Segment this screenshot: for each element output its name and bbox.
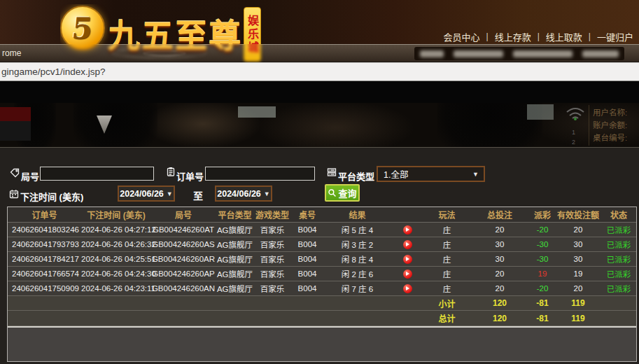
address-url[interactable]: gingame/pcv1/index.jsp? [1, 66, 106, 77]
status-dot [574, 118, 577, 120]
platform-list-icon [327, 167, 337, 177]
cell-playtype: 庄 [424, 283, 470, 294]
search-icon [328, 188, 337, 197]
col-header-round: 局号 [151, 209, 216, 220]
round-number-input[interactable] [40, 167, 154, 181]
cell-table: B004 [290, 240, 324, 248]
cell-totalbet: 20 [470, 270, 530, 278]
cell-time: 2024-06-26 04:27:12 [81, 225, 151, 234]
table-row: 240626041793793 2024-06-26 04:26:32 GB00… [8, 237, 636, 252]
cell-order: 240626041784217 [8, 255, 81, 263]
col-header-result: 结果 [324, 209, 391, 220]
subtotal-bet: 120 [470, 298, 530, 308]
cell-validbet: 20 [555, 284, 601, 293]
cell-payout: -20 [530, 225, 555, 234]
cell-platform: AG旗舰厅 [216, 268, 254, 279]
date-range-to-label: 至 [193, 188, 203, 202]
cell-totalbet: 30 [470, 255, 530, 263]
nav-one-key-transfer[interactable]: 一键归户 [597, 30, 633, 43]
subtotal-valid: 119 [555, 298, 601, 308]
bet-time-label: 下注时间 (美东) [20, 190, 83, 203]
table-row: 240626041784217 2024-06-26 04:25:51 GB00… [8, 252, 636, 267]
cell-round: GB004246260AS [151, 240, 216, 248]
nav-separator: | [486, 31, 489, 41]
cell-platform: AG旗舰厅 [216, 224, 254, 235]
replay-play-icon[interactable] [403, 225, 412, 234]
cell-result: 闲 7 庄 6 [324, 283, 391, 294]
browser-address-bar[interactable]: gingame/pcv1/index.jsp? [0, 62, 639, 81]
cell-payout: -20 [530, 284, 555, 293]
cell-game: 百家乐 [254, 224, 290, 235]
chevron-down-icon: ▼ [264, 190, 270, 197]
hud-balance-label: 账户余额: [593, 119, 627, 130]
table-row: 240626041766574 2024-06-26 04:24:30 GB00… [8, 267, 636, 281]
date-to-value: 2024/06/26 [217, 189, 264, 199]
replay-play-icon[interactable] [403, 255, 412, 264]
platform-type-select[interactable]: 1.全部 ▼ [377, 166, 485, 182]
top-nav: 会员中心 | 线上存款 | 线上取款 | 一键归户 [444, 30, 633, 43]
subtotal-payout: -81 [530, 298, 555, 308]
replay-play-icon[interactable] [403, 240, 412, 249]
cell-game: 百家乐 [254, 253, 290, 265]
bet-records-table: 订单号 下注时间 (美东) 局号 平台类型 游戏类型 桌号 结果 玩法 总投注 … [7, 206, 637, 362]
cell-validbet: 30 [555, 240, 601, 248]
table-row: 240626041750909 2024-06-26 04:23:11 GB00… [8, 281, 636, 296]
search-button-label: 查询 [338, 186, 356, 200]
nav-separator: | [538, 31, 540, 41]
calendar-icon [9, 189, 19, 199]
date-to-picker[interactable]: 2024/06/26 ▼ [215, 186, 272, 202]
cell-payout: 19 [530, 270, 555, 278]
content-panel: 局号 订单号 平台类型 1.全部 ▼ 下注时间 (美东) 2024/06/26 … [0, 147, 639, 364]
nav-online-deposit[interactable]: 线上存款 [495, 30, 531, 43]
cell-order: 240626041803246 [8, 225, 81, 234]
total-row: 总计 120 -81 119 [8, 311, 636, 326]
logo-coin-icon: 5 [60, 6, 105, 50]
cell-game: 百家乐 [254, 239, 290, 250]
table-empty-area [8, 328, 636, 361]
cell-status: 已派彩 [601, 283, 636, 294]
date-from-picker[interactable]: 2024/06/26 ▼ [118, 186, 175, 202]
cell-round: GB004246260AT [151, 225, 216, 234]
cell-order: 240626041750909 [8, 284, 81, 293]
page: 会员中心 | 线上存款 | 线上取款 | 一键归户 rome gingame/p… [0, 0, 639, 364]
cell-totalbet: 20 [470, 225, 530, 234]
cell-platform: AG旗舰厅 [216, 239, 254, 250]
nav-online-withdraw[interactable]: 线上取款 [546, 30, 582, 43]
platform-type-label: 平台类型 [338, 169, 374, 183]
cell-result: 闲 2 庄 6 [324, 268, 391, 279]
site-logo[interactable]: 5 九五至尊 娱乐城 5 九五至尊 娱乐城 [60, 4, 270, 64]
blurred-text-block [454, 50, 503, 57]
col-header-status: 状态 [601, 209, 636, 220]
cell-round: GB004246260AR [151, 255, 216, 263]
banner-window-light [238, 106, 276, 118]
hud-divider [589, 105, 589, 146]
replay-play-icon[interactable] [403, 270, 412, 279]
cell-table: B004 [290, 225, 324, 234]
cell-validbet: 20 [555, 225, 601, 234]
chevron-down-icon: ▼ [472, 171, 484, 178]
col-header-time: 下注时间 (美东) [81, 209, 151, 220]
cell-totalbet: 30 [470, 240, 530, 248]
cell-status: 已派彩 [601, 253, 636, 265]
search-button[interactable]: 查询 [325, 184, 360, 202]
banner-hud-overlay: 用户名称: 账户余额: 桌台编号: 1 2 [554, 104, 638, 147]
nav-member-center[interactable]: 会员中心 [444, 30, 480, 43]
cell-game: 百家乐 [254, 268, 290, 279]
replay-play-icon[interactable] [403, 284, 412, 293]
col-header-table: 桌号 [290, 209, 324, 220]
table-header-row: 订单号 下注时间 (美东) 局号 平台类型 游戏类型 桌号 结果 玩法 总投注 … [8, 207, 636, 223]
cell-time: 2024-06-26 04:23:11 [81, 284, 151, 293]
total-payout: -81 [530, 314, 555, 323]
blurred-text-block [582, 50, 619, 57]
subtotal-row: 小计 120 -81 119 [8, 296, 636, 311]
blurred-account-info [414, 47, 624, 60]
total-label: 总计 [424, 312, 470, 324]
platform-type-value: 1.全部 [378, 167, 472, 181]
cell-validbet: 19 [555, 270, 601, 278]
blurred-text-block [513, 50, 573, 57]
cell-result: 闲 8 庄 4 [324, 253, 391, 265]
hud-table-label: 桌台编号: [593, 132, 627, 143]
order-number-input[interactable] [205, 167, 315, 181]
cell-table: B004 [290, 284, 324, 293]
browser-tab[interactable]: rome [2, 48, 21, 58]
